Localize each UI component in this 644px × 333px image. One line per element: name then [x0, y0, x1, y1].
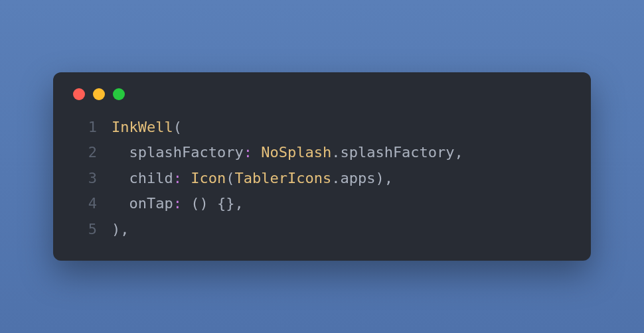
- line-content: splashFactory: NoSplash.splashFactory,: [112, 140, 463, 166]
- code-block: 1InkWell(2 splashFactory: NoSplash.splas…: [72, 115, 572, 243]
- window-titlebar: [73, 88, 572, 100]
- code-line: 5),: [72, 217, 572, 243]
- token-plain: () {},: [182, 195, 244, 212]
- token-punct: ,: [384, 170, 393, 186]
- token-plain: [182, 170, 191, 186]
- close-icon[interactable]: [73, 88, 85, 100]
- token-colon: :: [244, 144, 252, 161]
- token-class: InkWell: [112, 119, 173, 135]
- line-number: 1: [72, 115, 97, 141]
- token-prop: onTap: [129, 195, 173, 212]
- token-class: Icon: [191, 170, 226, 186]
- code-line: 2 splashFactory: NoSplash.splashFactory,: [72, 140, 572, 166]
- line-content: ),: [112, 217, 129, 243]
- token-plain: [252, 144, 261, 161]
- code-line: 4 onTap: () {},: [72, 191, 572, 217]
- token-punct: (: [226, 170, 234, 186]
- line-content: InkWell(: [112, 115, 182, 141]
- line-number: 2: [72, 140, 97, 166]
- line-content: child: Icon(TablerIcons.apps),: [112, 166, 393, 192]
- maximize-icon[interactable]: [113, 88, 125, 100]
- token-punct: ,: [455, 144, 463, 161]
- token-punct: ): [375, 170, 384, 186]
- token-method: splashFactory: [340, 144, 454, 161]
- token-prop: child: [129, 170, 173, 186]
- line-number: 4: [72, 191, 97, 217]
- token-punct: .: [331, 144, 340, 161]
- token-class: TablerIcons: [234, 170, 331, 186]
- token-punct: .: [331, 170, 340, 186]
- minimize-icon[interactable]: [93, 88, 105, 100]
- code-window: 1InkWell(2 splashFactory: NoSplash.splas…: [53, 72, 591, 261]
- token-class: NoSplash: [261, 144, 331, 161]
- token-punct: (: [173, 119, 182, 135]
- token-method: apps: [340, 170, 375, 186]
- code-line: 3 child: Icon(TablerIcons.apps),: [72, 166, 572, 192]
- line-number: 5: [72, 217, 97, 243]
- line-content: onTap: () {},: [112, 191, 244, 217]
- token-punct: ),: [112, 221, 129, 237]
- line-number: 3: [72, 166, 97, 192]
- code-line: 1InkWell(: [72, 115, 572, 141]
- token-prop: splashFactory: [129, 144, 244, 161]
- token-colon: :: [173, 170, 182, 186]
- token-colon: :: [173, 195, 182, 212]
